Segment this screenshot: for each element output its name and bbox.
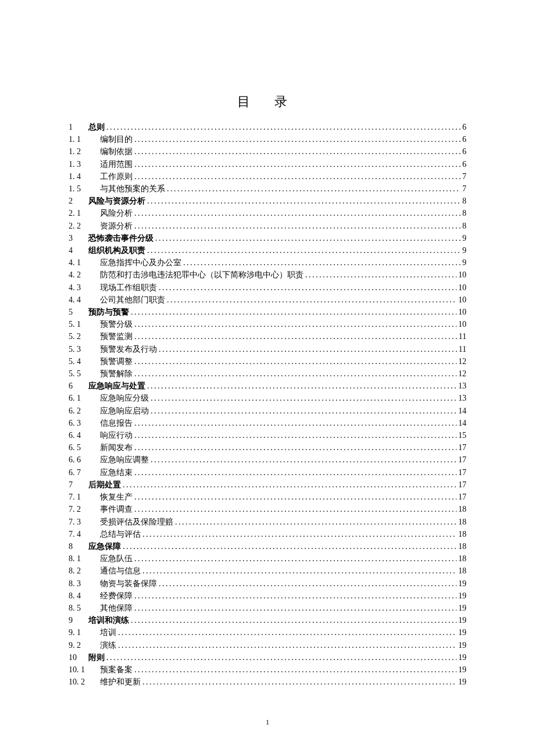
- toc-entry-page: 6: [462, 158, 466, 170]
- toc-entry: 8. 2通信与信息18: [69, 565, 466, 577]
- toc-entry-number: 9: [69, 614, 87, 626]
- toc-entry-page: 6: [462, 121, 466, 133]
- toc-entry-number: 8. 3: [69, 577, 97, 590]
- toc-leader-dots: [106, 121, 461, 133]
- toc-entry-number: 6. 7: [69, 466, 97, 479]
- toc-entry-label: 后期处置: [88, 479, 121, 491]
- toc-entry-page: 7: [462, 183, 466, 195]
- toc-entry-label: 风险与资源分析: [88, 195, 145, 207]
- toc-entry-number: 5. 5: [69, 368, 97, 380]
- toc-entry-label: 预警解除: [100, 368, 133, 380]
- toc-entry: 8应急保障18: [69, 540, 466, 552]
- toc-leader-dots: [167, 294, 456, 306]
- toc-entry-number: 6. 1: [69, 392, 97, 404]
- toc-entry-page: 19: [458, 602, 466, 614]
- toc-entry-label: 编制依据: [100, 145, 133, 158]
- toc-entry-label: 物资与装备保障: [100, 577, 157, 590]
- toc-entry-page: 17: [458, 491, 466, 503]
- toc-entry-page: 17: [458, 479, 466, 491]
- toc-entry: 6. 2应急响应启动14: [69, 405, 466, 417]
- toc-leader-dots: [159, 281, 456, 294]
- toc-leader-dots: [134, 466, 456, 479]
- page-number: 1: [0, 718, 535, 727]
- toc-entry-label: 预警发布及行动: [100, 343, 157, 355]
- toc-entry-page: 19: [458, 590, 466, 602]
- toc-entry-label: 公司其他部门职责: [100, 294, 165, 306]
- toc-entry-number: 10. 1: [69, 664, 97, 676]
- toc-entry-number: 8. 2: [69, 565, 97, 577]
- toc-entry-page: 19: [458, 577, 466, 590]
- toc-entry-number: 6. 5: [69, 441, 97, 454]
- toc-entry: 10. 2维护和更新19: [69, 676, 466, 688]
- toc-entry-number: 1. 1: [69, 133, 97, 145]
- toc-entry-number: 7. 1: [69, 491, 97, 503]
- toc-entry-page: 14: [458, 417, 466, 429]
- toc-entry-page: 6: [462, 145, 466, 158]
- toc-leader-dots: [134, 602, 456, 614]
- toc-entry-number: 1. 5: [69, 183, 97, 195]
- toc-leader-dots: [134, 133, 461, 145]
- toc-entry-page: 19: [458, 626, 466, 639]
- toc-entry-label: 预防与预警: [88, 306, 129, 318]
- toc-entry: 1. 3适用范围6: [69, 158, 466, 170]
- toc-entry-page: 15: [458, 429, 466, 441]
- toc-entry: 4. 4公司其他部门职责10: [69, 294, 466, 306]
- toc-entry-page: 19: [458, 676, 466, 688]
- toc-leader-dots: [131, 614, 456, 626]
- toc-entry-page: 18: [458, 552, 466, 565]
- toc-entry-number: 2: [69, 195, 87, 207]
- toc-leader-dots: [134, 355, 456, 368]
- toc-entry-number: 4. 3: [69, 281, 97, 294]
- toc-entry-label: 信息报告: [100, 417, 133, 429]
- toc-entry: 9培训和演练19: [69, 614, 466, 626]
- toc-entry-label: 防范和打击涉电违法犯罪中心（以下简称涉电中心）职责: [100, 269, 304, 281]
- toc-entry: 5. 2预警监测11: [69, 330, 466, 343]
- toc-entry-page: 8: [462, 207, 466, 219]
- toc-leader-dots: [155, 232, 461, 244]
- toc-entry-page: 19: [458, 639, 466, 651]
- toc-entry-number: 8. 1: [69, 552, 97, 565]
- toc-entry-label: 其他保障: [100, 602, 133, 614]
- toc-entry-number: 5. 4: [69, 355, 97, 368]
- toc-entry: 1. 2编制依据6: [69, 145, 466, 158]
- toc-entry-number: 6. 3: [69, 417, 97, 429]
- toc-entry-page: 8: [462, 195, 466, 207]
- toc-entry-page: 19: [458, 651, 466, 664]
- toc-entry-page: 18: [458, 516, 466, 528]
- toc-entry-number: 6. 6: [69, 454, 97, 466]
- toc-leader-dots: [134, 145, 461, 158]
- toc-entry-label: 编制目的: [100, 133, 133, 145]
- toc-leader-dots: [183, 256, 461, 269]
- toc-entry-label: 预警调整: [100, 355, 133, 368]
- toc-entry: 5. 5预警解除12: [69, 368, 466, 380]
- toc-entry-label: 通信与信息: [100, 565, 141, 577]
- toc-leader-dots: [131, 306, 456, 318]
- toc-entry-page: 10: [458, 306, 466, 318]
- toc-entry: 7. 3受损评估及保险理赔18: [69, 516, 466, 528]
- toc-entry-page: 17: [458, 466, 466, 479]
- toc-leader-dots: [175, 516, 456, 528]
- toc-entry-number: 7. 3: [69, 516, 97, 528]
- toc-leader-dots: [123, 540, 456, 552]
- toc-entry-page: 18: [458, 540, 466, 552]
- toc-entry-label: 经费保障: [100, 590, 133, 602]
- toc-leader-dots: [142, 528, 456, 540]
- toc-leader-dots: [134, 330, 457, 343]
- toc-entry-label: 现场工作组职责: [100, 281, 157, 294]
- toc-entry-page: 6: [462, 133, 466, 145]
- toc-entry-label: 组织机构及职责: [88, 244, 145, 256]
- table-of-contents: 1总则61. 1编制目的61. 2编制依据61. 3适用范围61. 4工作原则7…: [69, 121, 466, 688]
- toc-entry: 8. 3物资与装备保障19: [69, 577, 466, 590]
- toc-leader-dots: [134, 503, 456, 515]
- toc-entry: 1. 4工作原则7: [69, 170, 466, 183]
- toc-entry-number: 1: [69, 121, 87, 133]
- toc-entry: 5. 1预警分级10: [69, 318, 466, 330]
- toc-entry-page: 8: [462, 220, 466, 232]
- toc-entry-number: 1. 4: [69, 170, 97, 183]
- toc-entry: 6. 3信息报告14: [69, 417, 466, 429]
- toc-entry-label: 应急指挥中心及办公室: [100, 256, 181, 269]
- toc-entry-number: 6. 2: [69, 405, 97, 417]
- toc-leader-dots: [134, 491, 456, 503]
- toc-entry: 5预防与预警10: [69, 306, 466, 318]
- toc-entry-number: 8: [69, 540, 87, 552]
